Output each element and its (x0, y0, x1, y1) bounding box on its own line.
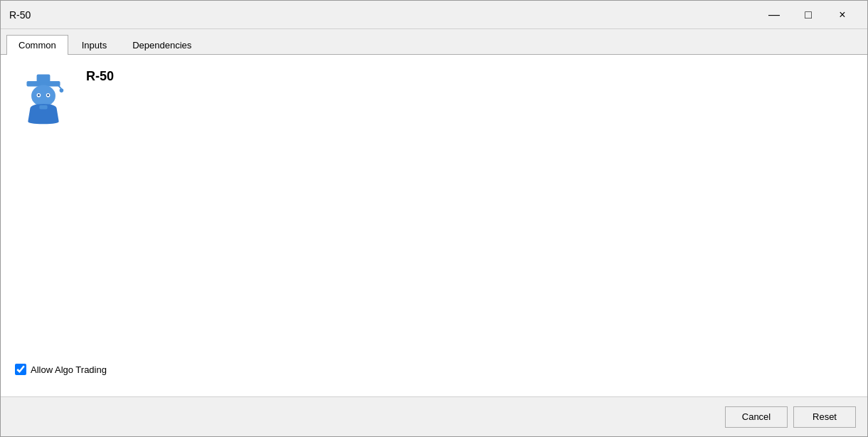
content-area: R-50 Allow Algo Trading (1, 55, 867, 396)
footer: Cancel Reset (1, 396, 867, 436)
allow-algo-trading-checkbox[interactable] (15, 364, 26, 375)
svg-point-4 (31, 85, 55, 107)
close-button[interactable]: × (826, 4, 859, 26)
window-title: R-50 (9, 9, 758, 21)
robot-section: R-50 (15, 69, 853, 126)
svg-rect-9 (39, 105, 47, 110)
tab-inputs[interactable]: Inputs (70, 35, 119, 55)
window-controls: — □ × (758, 4, 859, 26)
svg-point-3 (60, 88, 64, 93)
svg-rect-1 (37, 75, 51, 83)
main-window: R-50 — □ × Common Inputs Dependencies (0, 0, 868, 437)
reset-button[interactable]: Reset (793, 406, 856, 428)
title-bar: R-50 — □ × (1, 1, 867, 29)
allow-algo-trading-label[interactable]: Allow Algo Trading (15, 364, 107, 375)
robot-name-label: R-50 (86, 69, 114, 84)
tab-dependencies[interactable]: Dependencies (120, 35, 203, 55)
allow-algo-trading-section: Allow Algo Trading (15, 364, 107, 375)
tab-common[interactable]: Common (6, 35, 68, 55)
maximize-button[interactable]: □ (792, 4, 825, 26)
minimize-button[interactable]: — (758, 4, 790, 26)
robot-icon-container (15, 69, 72, 126)
cancel-button[interactable]: Cancel (725, 406, 788, 428)
svg-point-8 (47, 94, 49, 96)
svg-point-7 (38, 94, 40, 96)
robot-trader-icon (18, 69, 68, 126)
tab-bar: Common Inputs Dependencies (1, 29, 867, 55)
